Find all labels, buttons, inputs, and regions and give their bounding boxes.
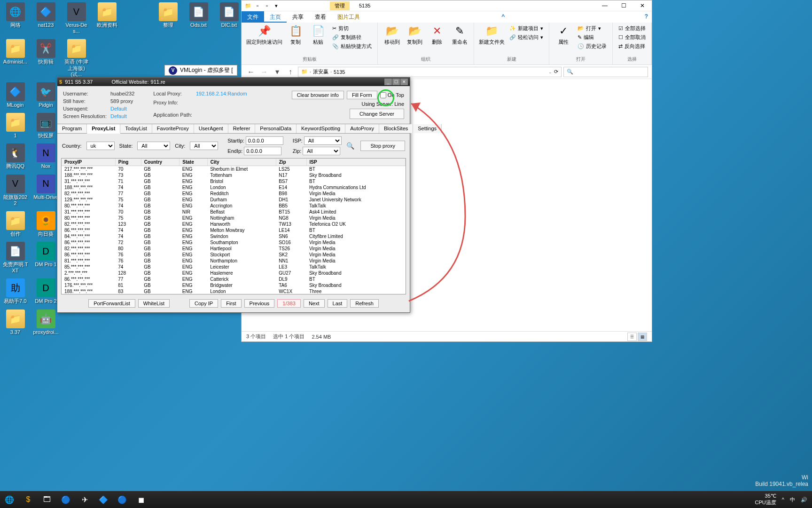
copy-path-button[interactable]: 🔗 复制路径 [331,33,373,41]
edit-button[interactable]: ✎ 编辑 [577,33,608,41]
back-button[interactable]: ← [245,66,257,78]
table-row[interactable]: 217.***.***.***70GBENGSherburn in ElmetL… [62,166,406,173]
isp-select[interactable]: All [304,136,342,145]
table-row[interactable]: 129.***.***.***75GBENGDurhamDH1Janet Uni… [62,197,406,203]
search-input[interactable]: 🔍 [563,67,648,77]
desktop-icon[interactable]: V能旗版2022 [2,175,28,206]
temperature-widget[interactable]: 35℃ CPU温度 [755,493,776,506]
open-button[interactable]: 📂 打开 ▾ [577,24,608,32]
paste-button[interactable]: 📄粘贴 [309,24,328,46]
maximize-button[interactable]: ☐ [392,79,400,85]
properties-button[interactable]: ✓属性 [554,24,573,46]
tab-image-tools[interactable]: 图片工具 [332,11,366,23]
website-link[interactable]: 911.re [151,79,165,85]
help-button[interactable]: ? [641,11,652,23]
path-segment[interactable]: 派安赢 [313,68,328,75]
desktop-icon[interactable]: 🌐网络 [2,2,28,34]
desktop-icon[interactable]: VVerus-Des... [63,2,89,34]
cut-button[interactable]: ✂ 剪切 [331,24,373,32]
zip-select[interactable]: All [303,147,340,155]
rename-button[interactable]: ✎重命名 [450,24,469,46]
table-row[interactable]: 81.***.***.***76GBENGNorthamptonNN1Virgi… [62,258,406,264]
history-button[interactable]: 🕓 历史记录 [577,42,608,50]
select-none-button[interactable]: ☐ 全部取消 [617,33,647,41]
desktop-icon[interactable]: 🔷nat123 [33,2,59,34]
recent-button[interactable]: ▾ [272,66,283,78]
table-row[interactable]: 188.***.***.***73GBENGTottenhamN17Sky Br… [62,172,406,178]
desktop-icon[interactable]: 📁3.37 [2,310,28,335]
fill-form-button[interactable]: Fill Form [347,91,377,99]
table-row[interactable]: 176.***.***.***81GBENGBridgwaterTA6Sky B… [62,282,406,288]
tray-ime-icon[interactable]: 中 [790,496,795,503]
context-tab-manage[interactable]: 管理 [330,1,350,10]
paste-shortcut-button[interactable]: 📎 粘贴快捷方式 [331,42,373,50]
last-button[interactable]: Last [328,299,348,308]
taskbar-app-icon[interactable]: 🔵 [113,491,132,508]
resolution-link[interactable]: Default [110,113,134,119]
delete-button[interactable]: ✕删除 [428,24,446,46]
table-row[interactable]: 31.***.***.***70GBNIRBelfastBT15Ask4 Lim… [62,209,406,215]
move-to-button[interactable]: 📂移动到 [383,24,401,46]
desktop-icon[interactable]: 📄DIC.txt [216,2,242,34]
address-dropdown[interactable]: ⌄ [548,70,552,74]
next-button[interactable]: Next [304,299,325,308]
tab-blocksites[interactable]: BlockSites [379,124,413,133]
copy-button[interactable]: 📋复制 [286,24,305,46]
useragent-link[interactable]: Default [110,106,134,111]
taskbar-telegram-icon[interactable]: ✈ [75,491,94,508]
tab-share[interactable]: 共享 [287,11,309,23]
taskbar-app-icon[interactable]: 🔵 [56,491,75,508]
tab-todaylist[interactable]: TodayList [120,124,152,133]
table-row[interactable]: 84.***.***.***74GBENGSwindonSN6Cityfibre… [62,233,406,239]
column-header[interactable]: Ping [115,159,141,166]
start-ip-input[interactable] [246,136,283,145]
state-select[interactable]: All [137,142,170,150]
desktop-icon[interactable]: DDM Pro 1 [33,242,59,274]
table-row[interactable]: 86.***.***.***74GBENGMelton MowbrayLE14B… [62,227,406,233]
desktop-icon[interactable]: NNox [33,143,59,169]
desktop-icon[interactable]: 助易助手7.0 [2,278,28,304]
column-header[interactable]: ProxyIP [62,159,115,166]
maximize-button[interactable]: ☐ [614,0,633,11]
forward-button[interactable]: → [258,66,270,78]
taskbar-s5-icon[interactable]: $ [19,491,38,508]
tray-up-icon[interactable]: ^ [782,497,784,502]
desktop-icon[interactable]: 📁欧洲资料 [94,2,120,34]
close-button[interactable]: ✕ [400,79,408,85]
change-server-button[interactable]: Change Server [350,109,404,119]
whitelist-button[interactable]: WhiteList [138,299,170,308]
invert-selection-button[interactable]: ⇄ 反向选择 [617,42,647,50]
tab-file[interactable]: 文件 [242,11,264,23]
tab-personaldata[interactable]: PersonalData [255,124,297,133]
s5-titlebar[interactable]: $ 911 S5 3.37 Official Website: 911.re _… [57,78,410,86]
new-item-button[interactable]: ✨ 新建项目 ▾ [508,24,544,32]
taskbar-app-icon[interactable]: ◼ [132,491,150,508]
previous-button[interactable]: Previous [244,299,275,308]
taskbar-app-icon[interactable]: 🗔 [38,491,56,508]
tab-settings[interactable]: Settings [413,124,442,133]
desktop-icon[interactable]: 📁整理 [155,2,181,34]
clear-browser-button[interactable]: Clear browser info [292,91,344,99]
tab-proxylist[interactable]: ProxyList [87,124,120,134]
stop-proxy-button[interactable]: Stop proxy [360,141,405,151]
desktop-icon[interactable]: 🤖proxydroi... [33,310,59,335]
tab-autoproxy[interactable]: AutoProxy [345,124,379,133]
column-header[interactable]: City [207,159,276,166]
expand-icon[interactable]: ▾ [273,3,280,9]
path-segment[interactable]: 5135 [334,69,345,75]
desktop-icon[interactable]: 🌻向日葵 [33,211,59,237]
desktop-icon[interactable]: 🔷MLogin [2,82,28,108]
desktop-icon[interactable]: 🐧腾讯QQ [2,143,28,169]
column-header[interactable]: Country [141,159,179,166]
tab-keywordspotting[interactable]: KeywordSpotting [297,124,345,133]
desktop-icon[interactable]: ✂️快剪辑 [33,39,59,78]
tab-favoriteproxy[interactable]: FavoriteProxy [152,124,194,133]
vmlogin-window-title[interactable]: V VMLogin - 虚拟多登 [ [164,65,237,76]
column-header[interactable]: Zip [276,159,306,166]
column-header[interactable]: State [180,159,207,166]
select-all-button[interactable]: ☑ 全部选择 [617,24,647,32]
tab-home[interactable]: 主页 [264,11,287,23]
pin-button[interactable]: 📌固定到快速访问 [246,24,282,46]
tab-referer[interactable]: Referer [228,124,256,133]
table-row[interactable]: 82.***.***.***77GBENGRedditchB98Virgin M… [62,190,406,197]
